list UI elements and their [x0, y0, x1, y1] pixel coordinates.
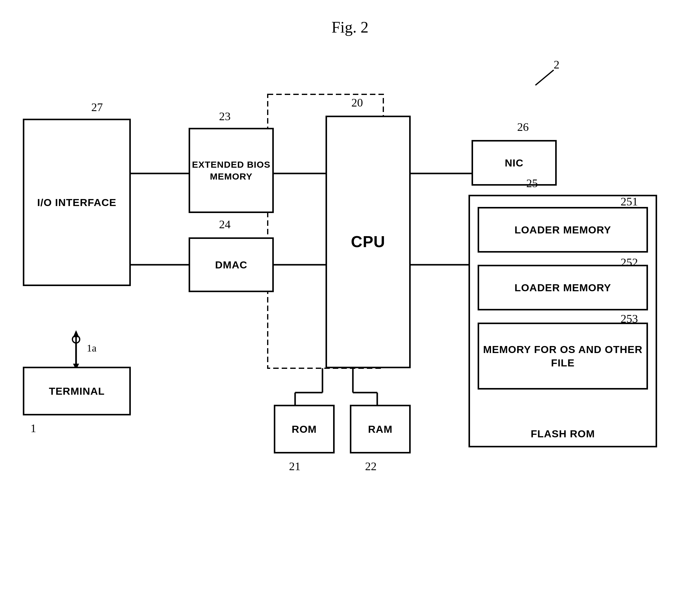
signal-1a: 1a — [87, 342, 96, 354]
ram-label: RAM — [368, 422, 392, 436]
svg-point-15 — [72, 336, 80, 343]
ref-27: 27 — [91, 100, 103, 114]
loader-memory-2-box: LOADER MEMORY — [478, 265, 648, 310]
cpu-label: CPU — [351, 232, 386, 252]
extended-bios-box: EXTENDED BIOS MEMORY — [188, 128, 274, 213]
ref-21: 21 — [289, 460, 300, 473]
extended-bios-label: EXTENDED BIOS MEMORY — [190, 158, 272, 182]
dmac-label: DMAC — [215, 258, 247, 272]
ref-252: 252 — [620, 256, 638, 269]
loader-memory-1-label: LOADER MEMORY — [515, 223, 611, 236]
ref-1: 1 — [30, 421, 36, 435]
loader-memory-2-label: LOADER MEMORY — [515, 281, 611, 294]
loader-memory-1-box: LOADER MEMORY — [478, 207, 648, 253]
ref-26: 26 — [517, 120, 529, 134]
ref-2: 2 — [554, 58, 559, 71]
dmac-box: DMAC — [188, 237, 274, 292]
io-interface-box: I/O INTERFACE — [23, 119, 131, 286]
memory-os-label: MEMORY FOR OS AND OTHER FILE — [479, 343, 646, 370]
figure-title: Fig. 2 — [332, 18, 368, 36]
terminal-box: TERMINAL — [23, 367, 131, 415]
ref-22: 22 — [365, 460, 377, 473]
nic-label: NIC — [505, 156, 523, 169]
ram-box: RAM — [350, 405, 411, 454]
svg-line-18 — [535, 70, 554, 85]
memory-os-box: MEMORY FOR OS AND OTHER FILE — [478, 323, 648, 390]
nic-box: NIC — [472, 140, 557, 186]
rom-label: ROM — [292, 422, 317, 436]
ref-24: 24 — [219, 218, 230, 231]
cpu-box: CPU — [325, 116, 411, 368]
diagram: Fig. 2 2 — [0, 0, 700, 612]
terminal-label: TERMINAL — [49, 384, 105, 398]
ref-23: 23 — [219, 110, 230, 123]
flash-rom-label: FLASH ROM — [531, 427, 595, 440]
io-interface-label: I/O INTERFACE — [37, 196, 116, 209]
rom-box: ROM — [274, 405, 335, 454]
svg-marker-14 — [73, 330, 79, 337]
ref-25: 25 — [526, 177, 538, 190]
ref-20: 20 — [351, 96, 363, 109]
ref-253: 253 — [620, 312, 638, 325]
ref-251: 251 — [620, 195, 638, 208]
